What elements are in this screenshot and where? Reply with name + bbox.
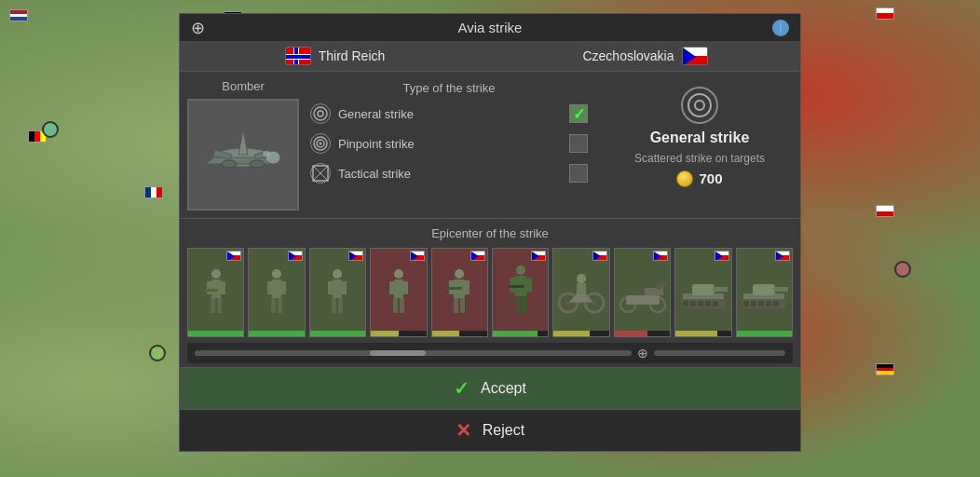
bomber-svg [197, 113, 290, 197]
svg-point-13 [320, 143, 322, 145]
pinpoint-strike-option[interactable]: Pinpoint strike [306, 130, 592, 157]
svg-rect-77 [713, 301, 718, 307]
svg-rect-25 [205, 289, 218, 292]
svg-rect-29 [280, 281, 286, 294]
svg-rect-47 [464, 280, 470, 294]
unit-3-hp-bar [310, 331, 365, 336]
unit-card-1[interactable] [187, 248, 244, 337]
tactical-strike-option[interactable]: Tactical strike [306, 160, 592, 186]
unit-5-figure [445, 249, 473, 331]
unit-card-3[interactable] [309, 248, 366, 337]
tactical-strike-label: Tactical strike [338, 167, 562, 181]
info-strike-icon [681, 87, 718, 124]
unit-card-5[interactable] [431, 248, 488, 337]
bomber-image [187, 99, 299, 211]
svg-rect-65 [577, 283, 586, 294]
unit-10-figure [740, 249, 788, 331]
svg-rect-50 [447, 287, 462, 290]
unit-card-4[interactable] [370, 248, 427, 337]
unit-card-8[interactable] [614, 248, 671, 337]
svg-rect-57 [508, 285, 524, 288]
tactical-strike-checkbox[interactable] [569, 164, 588, 183]
svg-rect-69 [645, 288, 663, 295]
general-strike-option[interactable]: General strike ✓ [306, 101, 592, 127]
unit-7-hp-fill [553, 331, 590, 336]
unit-9-hp-fill [675, 331, 717, 336]
svg-rect-82 [743, 301, 749, 307]
svg-rect-88 [773, 287, 788, 292]
unit-8-figure [619, 249, 667, 331]
unit-6-hp-bar [493, 331, 548, 336]
unit-card-9[interactable] [674, 248, 731, 337]
svg-rect-68 [626, 295, 660, 305]
epicenter-header: Epicenter of the strike [187, 223, 793, 248]
unit-card-7[interactable] [552, 248, 609, 337]
reject-icon: ✕ [456, 419, 471, 442]
map-marker-bottom-right [876, 363, 894, 375]
left-panel: Bomber [187, 79, 299, 211]
crosshair-icon: ⊕ [191, 18, 205, 38]
map-unit-2 [149, 345, 166, 361]
reject-button[interactable]: ✕ Reject [180, 409, 800, 451]
svg-rect-35 [341, 281, 347, 294]
svg-rect-85 [766, 301, 771, 307]
pinpoint-strike-checkbox[interactable] [569, 134, 588, 153]
scroll-area[interactable]: ⊕ [187, 343, 793, 363]
svg-rect-22 [220, 281, 225, 294]
svg-rect-54 [525, 278, 532, 293]
svg-point-51 [516, 266, 525, 275]
unit-10-hp-bar [737, 331, 792, 336]
svg-point-9 [314, 107, 327, 120]
svg-rect-33 [333, 279, 342, 298]
svg-rect-79 [713, 287, 728, 292]
svg-rect-42 [393, 298, 398, 313]
svg-rect-31 [278, 298, 282, 313]
info-strike-description: Scattered strike on targets [634, 152, 765, 165]
unit-card-6[interactable] [492, 248, 549, 337]
scroll-track[interactable] [195, 350, 632, 356]
unit-5-hp-bar [432, 331, 487, 336]
svg-rect-40 [389, 281, 395, 294]
unit-2-flag [288, 251, 303, 261]
svg-point-6 [222, 160, 237, 168]
unit-9-flag [715, 251, 729, 261]
svg-point-17 [688, 94, 711, 116]
unit-1-figure [202, 249, 230, 331]
unit-card-2[interactable] [248, 248, 305, 337]
svg-point-38 [394, 269, 403, 279]
svg-point-44 [455, 269, 464, 279]
scroll-thumb[interactable] [370, 350, 426, 356]
svg-rect-37 [338, 298, 343, 313]
svg-point-7 [250, 160, 265, 168]
unit-4-hp-bar [371, 331, 426, 336]
unit-1-flag [226, 251, 241, 261]
coin-icon [676, 170, 693, 187]
unit-card-10[interactable] [736, 248, 793, 337]
units-row [187, 248, 793, 337]
accept-button[interactable]: ✓ Accept [180, 367, 800, 409]
map-unit-1 [42, 121, 59, 138]
svg-rect-73 [683, 301, 688, 307]
unit-7-figure [557, 249, 606, 331]
svg-rect-70 [656, 279, 667, 290]
type-header: Type of the strike [306, 79, 592, 101]
map-marker-top-left [9, 9, 28, 21]
unit-4-flag [410, 251, 425, 261]
svg-rect-30 [271, 298, 276, 313]
general-strike-checkbox[interactable]: ✓ [569, 104, 588, 123]
reject-label: Reject [483, 422, 524, 439]
svg-point-19 [211, 269, 221, 279]
svg-rect-75 [698, 301, 703, 307]
unit-4-figure [385, 249, 413, 331]
strike-options-col: Type of the strike General strike ✓ [299, 79, 599, 194]
svg-rect-84 [758, 301, 764, 307]
general-strike-label: General strike [338, 107, 562, 121]
scroll-track-right[interactable] [654, 350, 785, 356]
pinpoint-strike-icon [310, 133, 331, 154]
unit-6-flag [531, 251, 546, 261]
faction-row: Third Reich Czechoslovakia [180, 41, 800, 72]
svg-rect-23 [211, 298, 215, 313]
right-faction-name: Czechoslovakia [582, 48, 674, 63]
info-icon[interactable]: i [772, 20, 789, 36]
unit-1-hp-fill [188, 331, 243, 336]
